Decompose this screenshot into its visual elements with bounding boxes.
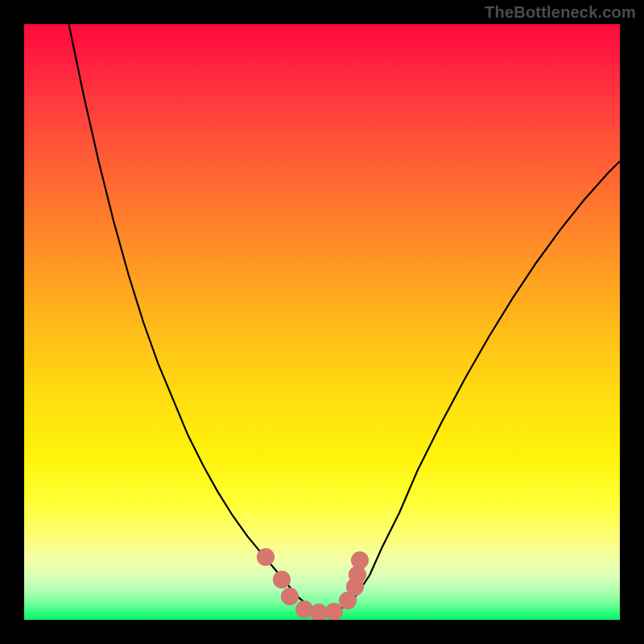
data-marker <box>281 588 299 605</box>
data-marker <box>351 551 369 569</box>
chart-frame: TheBottleneck.com <box>0 0 644 644</box>
watermark-text: TheBottleneck.com <box>485 3 636 22</box>
plot-area <box>24 24 620 620</box>
data-marker <box>273 571 291 588</box>
data-marker <box>257 548 275 566</box>
markers-layer <box>24 24 620 620</box>
